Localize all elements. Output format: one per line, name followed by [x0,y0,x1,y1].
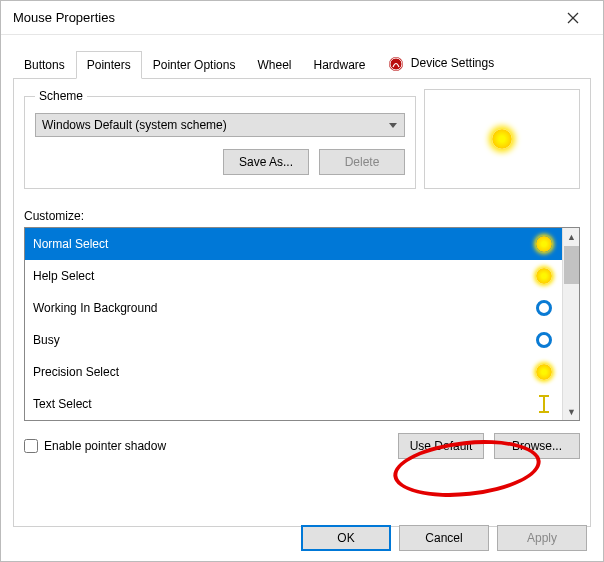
enable-shadow-row[interactable]: Enable pointer shadow [24,439,166,453]
ok-button[interactable]: OK [301,525,391,551]
list-item[interactable]: Working In Background [25,292,562,324]
scrollbar-down-icon[interactable]: ▼ [563,403,580,420]
save-as-button[interactable]: Save As... [223,149,309,175]
use-default-button[interactable]: Use Default [398,433,484,459]
scheme-legend: Scheme [35,89,87,103]
list-item-label: Normal Select [33,237,108,251]
tab-pointers[interactable]: Pointers [76,51,142,79]
scrollbar-thumb[interactable] [564,246,579,284]
customize-scrollbar[interactable]: ▲ ▼ [562,228,579,420]
tab-container: Buttons Pointers Pointer Options Wheel H… [1,35,603,527]
tab-pointer-options[interactable]: Pointer Options [142,51,247,78]
dialog-buttons: OK Cancel Apply [301,525,587,551]
list-item[interactable]: Text Select [25,388,562,420]
list-item[interactable]: Precision Select [25,356,562,388]
cancel-button[interactable]: Cancel [399,525,489,551]
list-item-label: Precision Select [33,365,119,379]
close-icon [567,12,579,24]
cursor-icon [534,234,554,254]
customize-list[interactable]: Normal Select Help Select Working In Bac… [24,227,580,421]
enable-shadow-checkbox[interactable] [24,439,38,453]
tab-wheel[interactable]: Wheel [246,51,302,78]
cursor-icon [534,362,554,382]
cursor-preview-icon [492,129,512,149]
cursor-icon [534,330,554,350]
list-item[interactable]: Busy [25,324,562,356]
close-button[interactable] [553,3,593,33]
cursor-icon [534,298,554,318]
dialog-title: Mouse Properties [13,10,115,25]
scheme-select[interactable]: Windows Default (system scheme) [35,113,405,137]
enable-shadow-label: Enable pointer shadow [44,439,166,453]
scheme-group: Scheme Windows Default (system scheme) S… [24,89,416,189]
list-item-label: Working In Background [33,301,158,315]
dialog-titlebar: Mouse Properties [1,1,603,35]
cursor-preview [424,89,580,189]
cursor-icon [534,266,554,286]
tab-device-settings[interactable]: Device Settings [377,49,506,78]
list-item-label: Text Select [33,397,92,411]
tab-device-settings-label: Device Settings [411,56,494,70]
list-item-label: Help Select [33,269,94,283]
cursor-icon [534,394,554,414]
device-settings-icon [388,56,404,72]
pointers-tab-pane: Scheme Windows Default (system scheme) S… [13,79,591,527]
customize-label: Customize: [24,209,580,223]
mouse-properties-dialog: Mouse Properties Buttons Pointers Pointe… [0,0,604,562]
tab-hardware[interactable]: Hardware [302,51,376,78]
delete-button[interactable]: Delete [319,149,405,175]
list-item[interactable]: Help Select [25,260,562,292]
browse-button[interactable]: Browse... [494,433,580,459]
scrollbar-up-icon[interactable]: ▲ [563,228,580,245]
list-item-label: Busy [33,333,60,347]
apply-button[interactable]: Apply [497,525,587,551]
list-item[interactable]: Normal Select [25,228,562,260]
dialog-tabs: Buttons Pointers Pointer Options Wheel H… [13,49,591,79]
tab-buttons[interactable]: Buttons [13,51,76,78]
